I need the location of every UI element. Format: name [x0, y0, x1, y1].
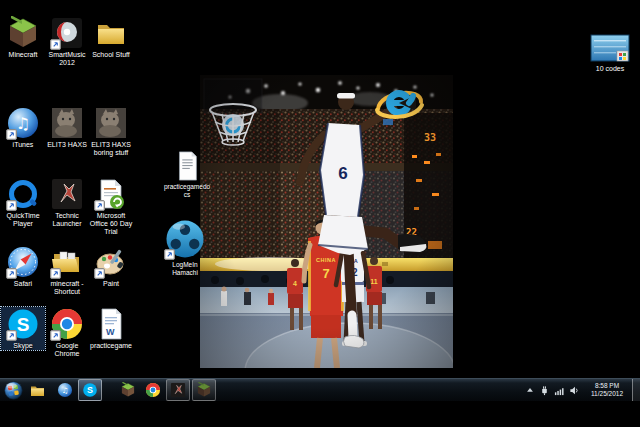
chrome-icon [50, 307, 84, 341]
tray-power-icon[interactable] [538, 382, 551, 398]
clock-time: 8:58 PM [585, 382, 629, 390]
desktop-icon-technic-launcher[interactable]: Technic Launcher [45, 177, 89, 228]
taskbar-item-skype[interactable] [78, 379, 102, 401]
cat-picture-icon [94, 106, 128, 140]
taskbar-item-minecraft[interactable] [117, 380, 139, 400]
icon-label: ELIT3 HAXS [45, 141, 89, 149]
desktop-icon-school-stuff[interactable]: School Stuff [89, 16, 133, 59]
shortcut-arrow-icon [94, 268, 105, 279]
skype-icon [82, 382, 98, 398]
folder-icon [94, 16, 128, 50]
icon-label: 10 codes [586, 65, 634, 73]
taskbar: 8:58 PM 11/25/2012 [0, 378, 640, 401]
start-button[interactable] [2, 380, 24, 400]
shortcut-arrow-icon [6, 129, 17, 140]
icon-label: Paint [89, 280, 133, 288]
skype-icon [6, 307, 40, 341]
icon-label: Safari [1, 280, 45, 288]
technic-launcher-icon [50, 177, 84, 211]
shortcut-arrow-icon [164, 249, 175, 260]
explorer-folder-icon [29, 382, 46, 399]
technic-launcher-icon [170, 382, 186, 398]
icon-label: School Stuff [89, 51, 133, 59]
desktop-icon-google-chrome[interactable]: Google Chrome [45, 307, 89, 358]
office-installer-icon [94, 177, 128, 211]
shortcut-arrow-icon [6, 200, 17, 211]
system-tray: 8:58 PM 11/25/2012 [522, 379, 640, 401]
taskbar-item-technic-launcher[interactable] [166, 379, 190, 401]
icon-label: Google Chrome [45, 342, 89, 358]
tray-volume-icon[interactable] [568, 382, 581, 398]
icon-label: Microsoft Office 60 Day Trial [89, 212, 133, 236]
shortcut-arrow-icon [6, 330, 17, 341]
desktop-icon-paint[interactable]: Paint [89, 245, 133, 288]
shortcut-arrow-icon [50, 39, 61, 50]
basketball-ie-meme-scene: 33 22 [200, 75, 453, 368]
desktop-icon-minecraft-shortcut-folder[interactable]: minecraft - Shortcut [45, 245, 89, 296]
chrome-icon [145, 382, 161, 398]
windows-start-orb-icon [4, 381, 23, 400]
show-hidden-icons-button[interactable] [523, 382, 536, 398]
shortcut-arrow-icon [94, 200, 105, 211]
icon-label: practicegame [89, 342, 133, 350]
minecraft-icon [120, 382, 136, 398]
shortcut-arrow-icon [50, 268, 61, 279]
word-document-icon [94, 307, 128, 341]
quicktime-icon [6, 177, 40, 211]
clock[interactable]: 8:58 PM 11/25/2012 [585, 382, 629, 398]
paint-icon [94, 245, 128, 279]
desktop-icon-quicktime[interactable]: QuickTime Player [1, 177, 45, 228]
smartmusic-icon [50, 16, 84, 50]
shortcut-arrow-icon [6, 268, 17, 279]
icon-label: Skype [1, 342, 45, 350]
taskbar-item-windows-explorer[interactable] [26, 380, 48, 400]
desktop-icon-itunes[interactable]: iTunes [1, 106, 45, 149]
taskbar-item-itunes[interactable] [54, 380, 76, 400]
open-folder-icon [50, 245, 84, 279]
icon-label: practicegamedocs [163, 183, 211, 199]
icon-label: iTunes [1, 141, 45, 149]
desktop-icon-logmein-hamachi[interactable]: LogMeIn Hamachi [160, 218, 210, 277]
tray-network-icon[interactable] [553, 382, 566, 398]
itunes-icon [6, 106, 40, 140]
minecraft-icon [196, 382, 212, 398]
icon-label: Minecraft [1, 51, 45, 59]
screenshot-picture-icon [590, 34, 630, 64]
desktop-icon-safari[interactable]: Safari [1, 245, 45, 288]
desktop-icon-practicegame[interactable]: practicegame [89, 307, 133, 350]
desktop-icon-minecraft[interactable]: Minecraft [1, 16, 45, 59]
desktop: 33 22 [0, 0, 640, 427]
desktop-icon-office-trial[interactable]: Microsoft Office 60 Day Trial [89, 177, 133, 236]
power-plug-icon [539, 385, 550, 396]
icon-label: QuickTime Player [1, 212, 45, 228]
network-bars-icon [554, 385, 565, 396]
text-document-icon [171, 150, 203, 182]
shortcut-arrow-icon [50, 330, 61, 341]
taskbar-item-minecraft-game[interactable] [192, 379, 216, 401]
desktop-icon-elit3-haxs-boring-stuff[interactable]: ELIT3 HAXS boring stuff [89, 106, 133, 157]
hamachi-icon [164, 218, 206, 260]
minecraft-icon [6, 16, 40, 50]
icon-label: minecraft - Shortcut [45, 280, 89, 296]
icon-label: SmartMusic 2012 [45, 51, 89, 67]
icon-label: LogMeIn Hamachi [160, 261, 210, 277]
show-desktop-button[interactable] [632, 379, 640, 401]
wallpaper-image: 33 22 [200, 75, 453, 368]
speaker-icon [569, 385, 580, 396]
icon-label: ELIT3 HAXS boring stuff [89, 141, 133, 157]
taskbar-item-google-chrome[interactable] [142, 380, 164, 400]
clock-date: 11/25/2012 [585, 390, 629, 398]
desktop-icon-elit3-haxs[interactable]: ELIT3 HAXS [45, 106, 89, 149]
cat-picture-icon [50, 106, 84, 140]
desktop-icon-10-codes[interactable]: 10 codes [586, 34, 634, 73]
desktop-icon-smartmusic[interactable]: SmartMusic 2012 [45, 16, 89, 67]
safari-icon [6, 245, 40, 279]
itunes-icon [57, 382, 73, 398]
chevron-up-icon [525, 385, 535, 395]
icon-label: Technic Launcher [45, 212, 89, 228]
desktop-icon-practicegamedocs[interactable]: practicegamedocs [163, 150, 211, 199]
desktop-icon-skype[interactable]: Skype [1, 307, 45, 350]
